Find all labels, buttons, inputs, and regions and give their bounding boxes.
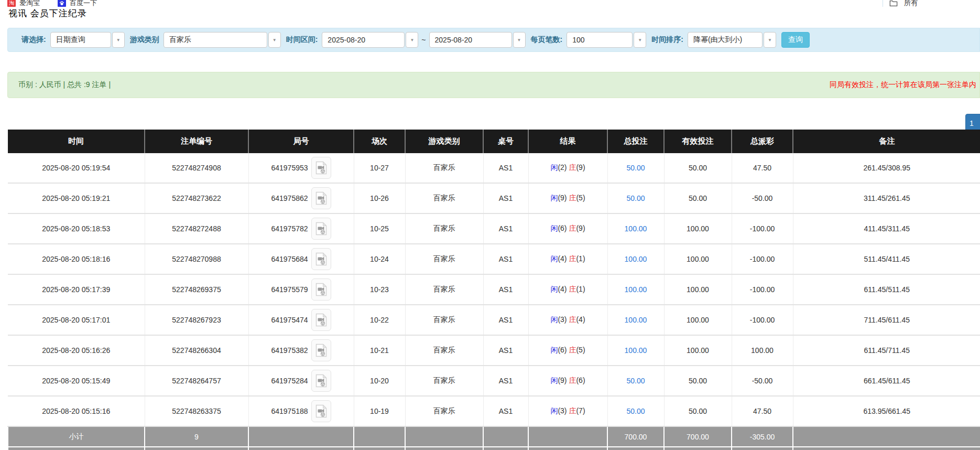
cell-bet-number: 522748273622: [145, 183, 248, 213]
cell-game-type: 百家乐: [405, 335, 483, 366]
cell-remark: 311.45/261.45: [793, 183, 980, 213]
total-bet-link[interactable]: 100.00: [625, 285, 647, 294]
page-size-dropdown[interactable]: 100: [567, 32, 633, 48]
total-bet-link[interactable]: 50.00: [626, 194, 645, 202]
total-bet-link[interactable]: 50.00: [626, 407, 645, 415]
bookmarks-all-label[interactable]: 所有: [904, 0, 918, 7]
video-replay-button[interactable]: [311, 309, 331, 331]
video-replay-button[interactable]: [311, 218, 331, 240]
cell-total-bet: 100.00: [607, 274, 664, 305]
cell-session: 10-24: [354, 244, 405, 274]
footer-cell-result: [528, 426, 607, 447]
column-header-total-bet: 总投注: [607, 130, 664, 153]
total-bet-link[interactable]: 100.00: [625, 316, 647, 324]
footer-cell-bet-number: 9: [145, 426, 248, 447]
footer-cell-valid-bet: 700.00: [664, 447, 732, 450]
table-row: 2025-08-20 05:15:49522748264757641975284…: [8, 366, 980, 396]
cell-valid-bet: 100.00: [664, 244, 732, 274]
cell-session: 10-25: [354, 213, 405, 244]
cell-time: 2025-08-20 05:15:49: [8, 366, 145, 396]
bet-records-table: 时间注单编号局号场次游戏类别桌号结果总投注有效投注总派彩备注 2025-08-2…: [7, 130, 980, 450]
total-bet-link[interactable]: 50.00: [626, 377, 645, 385]
cell-valid-bet: 50.00: [664, 183, 732, 213]
cell-result: 闲(6) 庄(5): [528, 335, 607, 366]
video-replay-button[interactable]: [311, 278, 331, 301]
footer-cell-game-type: [405, 447, 483, 450]
notice-text: 同局有效投注，统一计算在该局第一张注单内: [830, 80, 976, 90]
select-label: 请选择:: [21, 35, 46, 45]
cell-table-no: AS1: [483, 335, 528, 366]
player-label: 闲: [550, 346, 558, 354]
page-size-value: 100: [572, 36, 584, 44]
bookmark-baidu[interactable]: 百度一下: [58, 0, 97, 7]
video-file-icon: [315, 313, 327, 327]
player-points: (3): [558, 406, 567, 415]
page-size-caret-button[interactable]: ▼: [634, 32, 646, 48]
cell-payout: -50.00: [732, 366, 793, 396]
cell-bet-number: 522748270988: [145, 244, 248, 274]
date-from-input[interactable]: 2025-08-20: [322, 32, 405, 48]
banker-points: (9): [576, 224, 585, 232]
footer-cell-remark: [793, 447, 980, 450]
bookmark-aitaobao[interactable]: 淘 爱淘宝: [7, 0, 40, 7]
banker-label: 庄: [569, 406, 576, 415]
video-replay-button[interactable]: [311, 248, 331, 270]
query-button[interactable]: 查询: [781, 32, 810, 48]
cell-result: 闲(3) 庄(4): [528, 305, 607, 335]
game-type-caret-button[interactable]: ▼: [268, 32, 281, 48]
chevron-down-icon: ▼: [768, 38, 772, 42]
cell-payout: -100.00: [732, 305, 793, 335]
cell-table-no: AS1: [483, 213, 528, 244]
table-row: 2025-08-20 05:17:01522748267923641975474…: [8, 305, 980, 335]
total-bet-link[interactable]: 100.00: [625, 224, 647, 233]
page-size-label: 每页笔数:: [531, 35, 563, 45]
cell-session: 10-26: [354, 183, 405, 213]
video-replay-button[interactable]: [311, 400, 331, 422]
cell-total-bet: 50.00: [607, 153, 664, 183]
cell-table-no: AS1: [483, 366, 528, 396]
video-replay-button[interactable]: [311, 187, 331, 209]
footer-cell-round: [248, 426, 354, 447]
sort-dropdown[interactable]: 降幂(由大到小): [688, 32, 763, 48]
player-label: 闲: [550, 285, 558, 293]
game-type-dropdown[interactable]: 百家乐: [164, 32, 267, 48]
video-file-icon: [315, 344, 327, 357]
player-points: (4): [558, 285, 567, 293]
total-bet-link[interactable]: 50.00: [626, 164, 645, 172]
total-bet-link[interactable]: 100.00: [625, 255, 647, 263]
cell-game-type: 百家乐: [405, 274, 483, 305]
cell-remark: 711.45/611.45: [793, 305, 980, 335]
date-to-input[interactable]: 2025-08-20: [429, 32, 512, 48]
cell-total-bet: 100.00: [607, 305, 664, 335]
table-row: 2025-08-20 05:18:53522748272488641975782…: [8, 213, 980, 244]
date-from-caret-button[interactable]: ▼: [406, 32, 418, 48]
video-file-icon: [315, 161, 327, 175]
cell-game-type: 百家乐: [405, 396, 483, 426]
cell-total-bet: 50.00: [607, 396, 664, 426]
round-number: 641975382: [271, 346, 308, 355]
cell-payout: -50.00: [732, 183, 793, 213]
video-replay-button[interactable]: [311, 339, 331, 361]
column-header-valid-bet: 有效投注: [664, 130, 732, 153]
cell-game-type: 百家乐: [405, 153, 483, 183]
cell-total-bet: 100.00: [607, 335, 664, 366]
query-mode-dropdown[interactable]: 日期查询: [50, 32, 111, 48]
taobao-favicon-icon: 淘: [7, 0, 16, 7]
footer-cell-result: [528, 447, 607, 450]
folder-icon: [889, 0, 898, 7]
cell-session: 10-20: [354, 366, 405, 396]
date-to-caret-button[interactable]: ▼: [513, 32, 526, 48]
table-row: 2025-08-20 05:17:39522748269375641975579…: [8, 274, 980, 305]
player-points: (4): [558, 254, 567, 263]
video-replay-button[interactable]: [311, 370, 331, 392]
sort-caret-button[interactable]: ▼: [764, 32, 776, 48]
query-mode-caret-button[interactable]: ▼: [112, 32, 125, 48]
sort-value: 降幂(由大到小): [693, 35, 742, 45]
cell-session: 10-19: [354, 396, 405, 426]
total-bet-link[interactable]: 100.00: [625, 346, 647, 355]
video-replay-button[interactable]: [311, 157, 331, 179]
video-file-icon: [315, 404, 327, 418]
table-header-row: 时间注单编号局号场次游戏类别桌号结果总投注有效投注总派彩备注: [8, 130, 980, 153]
column-header-bet-number: 注单编号: [145, 130, 248, 153]
banker-label: 庄: [569, 315, 576, 324]
